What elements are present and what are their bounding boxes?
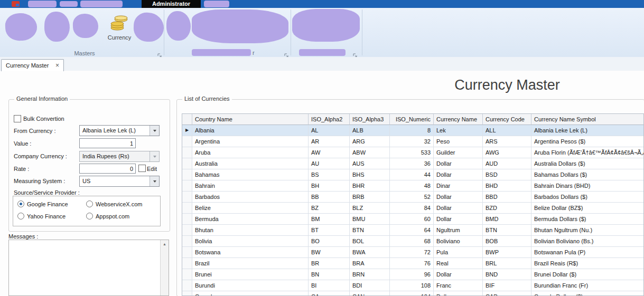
grid-cell[interactable]: BND [483, 269, 531, 280]
grid-cell[interactable]: BWP [483, 247, 531, 258]
row-selector[interactable]: ▶ [182, 125, 192, 136]
bulk-convertion-checkbox[interactable] [14, 115, 21, 122]
row-selector[interactable] [182, 158, 192, 169]
radio-icon[interactable] [17, 213, 24, 219]
grid-cell[interactable]: BZ [309, 203, 350, 214]
grid-cell[interactable]: Bhutan [192, 225, 309, 236]
grid-cell[interactable]: 96 [390, 269, 434, 280]
row-selector[interactable] [182, 169, 192, 180]
grid-cell[interactable]: Dollar [434, 291, 483, 296]
radio-icon[interactable] [86, 213, 93, 219]
table-row[interactable]: ArubaAWABW533GuilderAWGAruba Florin (ÃfÆ… [182, 147, 643, 158]
table-row[interactable]: BruneiBNBRN96DollarBNDBrunei Dollar ($) [182, 269, 643, 280]
grid-cell[interactable]: Belize Dollar (BZ$) [531, 203, 643, 214]
grid-cell[interactable]: Dollar [434, 203, 483, 214]
grid-cell[interactable]: Bermuda [192, 214, 309, 225]
row-selector[interactable] [182, 147, 192, 158]
column-header[interactable]: Currency Code [483, 114, 531, 125]
grid-cell[interactable]: Ngultrum [434, 225, 483, 236]
grid-cell[interactable]: 64 [390, 225, 434, 236]
grid-cell[interactable]: BH [309, 180, 350, 192]
grid-cell[interactable]: BZD [483, 203, 531, 214]
grid-cell[interactable]: Dinar [434, 180, 483, 192]
grid-cell[interactable]: BO [309, 236, 350, 247]
grid-cell[interactable]: BI [309, 280, 350, 291]
radio-icon[interactable] [86, 200, 93, 207]
grid-cell[interactable]: Albania Leke Lek (L) [531, 125, 643, 136]
grid-cell[interactable]: ARG [350, 136, 390, 147]
grid-cell[interactable]: Australia Dollars ($) [531, 158, 643, 169]
grid-cell[interactable]: Belize [192, 203, 309, 214]
grid-cell[interactable]: Bolivia [192, 236, 309, 247]
grid-cell[interactable]: 8 [390, 125, 434, 136]
grid-cell[interactable]: Brazil [192, 258, 309, 269]
grid-cell[interactable]: Dollar [434, 269, 483, 280]
grid-cell[interactable]: Bahamas [192, 169, 309, 180]
dialog-launcher-icon[interactable] [284, 51, 289, 55]
edit-rate-checkbox[interactable] [138, 165, 146, 172]
table-row[interactable]: BoliviaBOBOL68BolivianoBOBBolivian Boliv… [182, 236, 643, 247]
grid-cell[interactable]: BR [309, 258, 350, 269]
grid-cell[interactable]: Aruba Florin (ÃfÆ'Ã†â€™ÃfÂ¢Ã¢â€šÂ¬Ã‚Â¡Ãf [531, 147, 643, 158]
close-icon[interactable]: × [55, 62, 59, 69]
grid-cell[interactable]: 108 [390, 280, 434, 291]
value-input[interactable] [79, 138, 136, 148]
grid-cell[interactable]: Dollar [434, 158, 483, 169]
row-selector[interactable] [182, 280, 192, 291]
radio-yahoo-finance[interactable]: Yahoo Finance [17, 213, 66, 219]
grid-cell[interactable]: AW [309, 147, 350, 158]
grid-cell[interactable]: Dollar [434, 214, 483, 225]
grid-cell[interactable]: Dollar [434, 192, 483, 203]
grid-cell[interactable]: BW [309, 247, 350, 258]
grid-cell[interactable]: BOB [483, 236, 531, 247]
row-selector[interactable] [182, 136, 192, 147]
grid-cell[interactable]: ABW [350, 147, 390, 158]
grid-cell[interactable]: CAD [483, 291, 531, 296]
grid-cell[interactable]: Argentina Pesos ($) [531, 136, 643, 147]
currency-ribbon-button[interactable]: Currency [105, 11, 134, 52]
grid-cell[interactable]: BM [309, 214, 350, 225]
column-header[interactable]: ISO_Alpha3 [350, 114, 390, 125]
grid-cell[interactable]: Barbados Dollars ($) [531, 192, 643, 203]
column-header[interactable]: Country Name [192, 114, 309, 125]
grid-cell[interactable]: BHR [350, 180, 390, 192]
table-row[interactable]: BarbadosBBBRB52DollarBBDBarbados Dollars… [182, 192, 643, 203]
table-row[interactable]: BelizeBZBLZ84DollarBZDBelize Dollar (BZ$… [182, 203, 643, 214]
grid-cell[interactable]: Bhutan Ngultrum (Nu.) [531, 225, 643, 236]
grid-cell[interactable]: Aruba [192, 147, 309, 158]
table-row[interactable]: CanadaCACAN124DollarCADCanada Dollars ($… [182, 291, 643, 296]
grid-cell[interactable]: 68 [390, 236, 434, 247]
scrollbar[interactable]: ▲ [160, 240, 169, 295]
grid-cell[interactable]: Franc [434, 280, 483, 291]
grid-cell[interactable]: BMU [350, 214, 390, 225]
grid-cell[interactable]: BT [309, 225, 350, 236]
radio-appspot[interactable]: Appspot.com [86, 213, 129, 219]
grid-cell[interactable]: BHS [350, 169, 390, 180]
row-selector[interactable] [182, 192, 192, 203]
grid-cell[interactable]: Peso [434, 136, 483, 147]
dropdown-arrow-icon[interactable] [150, 126, 159, 136]
row-selector[interactable] [182, 225, 192, 236]
scroll-up-icon[interactable]: ▲ [161, 240, 169, 248]
grid-cell[interactable]: Bahrain [192, 180, 309, 192]
grid-cell[interactable]: Bahamas Dollars ($) [531, 169, 643, 180]
radio-icon[interactable] [17, 200, 24, 207]
radio-webservicex[interactable]: WebserviceX.com [86, 200, 142, 207]
grid-cell[interactable]: Bolivian Boliviano (Bs.) [531, 236, 643, 247]
column-header[interactable]: Currency Name [434, 114, 483, 125]
grid-cell[interactable]: BTN [350, 225, 390, 236]
grid-cell[interactable]: BDI [350, 280, 390, 291]
grid-cell[interactable]: BTN [483, 225, 531, 236]
grid-cell[interactable]: AL [309, 125, 350, 136]
grid-cell[interactable]: Dollar [434, 169, 483, 180]
grid-cell[interactable]: Australia [192, 158, 309, 169]
rate-input[interactable] [79, 164, 136, 174]
grid-cell[interactable]: 32 [390, 136, 434, 147]
grid-cell[interactable]: Brunei [192, 269, 309, 280]
row-selector[interactable] [182, 236, 192, 247]
grid-cell[interactable]: BS [309, 169, 350, 180]
grid-cell[interactable]: Lek [434, 125, 483, 136]
from-currency-select[interactable]: Albania Leke Lek (L) [79, 125, 160, 136]
grid-cell[interactable]: 36 [390, 158, 434, 169]
grid-cell[interactable]: BLZ [350, 203, 390, 214]
